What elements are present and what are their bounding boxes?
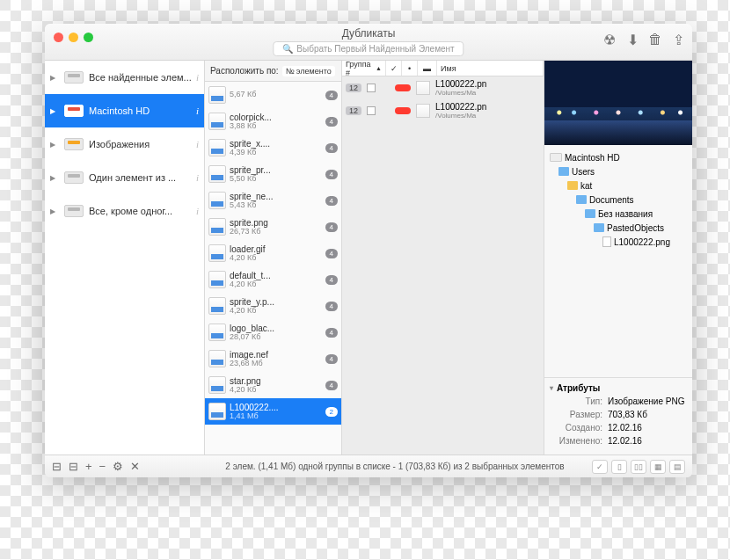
search-icon: 🔍 — [282, 44, 293, 54]
group-badge: 12 — [346, 106, 361, 115]
folder-icon — [594, 223, 604, 232]
chevron-right-icon: ▶ — [50, 207, 59, 215]
file-row[interactable]: logo_blac... 28,07 Кб 4 — [205, 319, 341, 345]
count-badge: 4 — [325, 143, 338, 153]
tree-node[interactable]: Без названия — [550, 207, 687, 221]
file-name: logo_blac... — [230, 324, 325, 333]
status-left-tools: ⊟ ⊟ + − ⚙ ✕ — [45, 460, 205, 473]
group-badge: 12 — [346, 84, 361, 92]
folder-icon — [585, 209, 595, 218]
info-icon[interactable]: i — [196, 139, 199, 149]
info-icon[interactable]: i — [196, 206, 199, 216]
trash-icon[interactable]: 🗑 — [648, 33, 662, 47]
drive-icon[interactable]: ⊟ — [52, 460, 62, 473]
zoom-button[interactable] — [84, 33, 93, 42]
add-button[interactable]: + — [85, 460, 92, 473]
sidebar-item-all-but[interactable]: ▶ Все, кроме одног... i — [45, 194, 204, 228]
radiation-icon[interactable]: ☢ — [602, 33, 617, 47]
main-body: ▶ Все найденные элем... i ▶ Macintosh HD… — [45, 61, 692, 455]
sidebar-item-macintosh-hd[interactable]: ▶ Macintosh HD i — [45, 94, 204, 127]
file-size: 4,39 Кб — [230, 149, 325, 157]
sidebar-item-label: Все, кроме одног... — [89, 206, 196, 216]
dup-path: /Volumes/Ma — [435, 89, 486, 97]
tree-node[interactable]: Documents — [550, 193, 687, 207]
app-window: Дубликаты 🔍 Выбрать Первый Найденный Эле… — [45, 24, 692, 477]
close-icon[interactable]: ✕ — [130, 460, 140, 473]
chevron-right-icon: ▶ — [50, 74, 59, 82]
file-row[interactable]: colorpick... 3,88 Кб 4 — [205, 108, 341, 135]
file-row[interactable]: image.nef 23,68 Мб 4 — [205, 345, 341, 372]
search-field[interactable]: 🔍 Выбрать Первый Найденный Элемент — [273, 41, 464, 56]
info-icon[interactable]: i — [196, 72, 199, 83]
chevron-right-icon: ▶ — [50, 107, 59, 115]
col-dot[interactable]: • — [402, 61, 418, 76]
file-name: sprite_pr... — [230, 165, 325, 175]
check-button[interactable]: ✓ — [592, 460, 608, 474]
checkbox[interactable] — [367, 106, 376, 115]
file-name: default_t... — [230, 271, 325, 280]
duplicate-row[interactable]: 12 L1000222.pn /Volumes/Ma — [342, 99, 544, 122]
view-mode-3[interactable]: ▦ — [650, 460, 666, 474]
attr-row: Изменено:12.02.16 — [550, 436, 687, 449]
traffic-lights — [45, 27, 102, 47]
status-text: 2 элем. (1,41 Мб) одной группы в списке … — [205, 462, 585, 471]
col-color[interactable]: ▬ — [418, 61, 437, 76]
color-tag[interactable] — [395, 107, 411, 114]
share-icon[interactable]: ⇪ — [671, 33, 685, 47]
tree-node[interactable]: Macintosh HD — [550, 150, 687, 164]
view-mode-1[interactable]: ▯ — [611, 460, 627, 474]
info-icon[interactable]: i — [196, 105, 199, 116]
file-icon — [208, 244, 226, 262]
attr-val: Изображение PNG — [608, 396, 687, 410]
import-icon[interactable]: ⬇ — [625, 33, 639, 47]
drive-icon[interactable]: ⊟ — [69, 460, 78, 473]
file-icon — [602, 236, 611, 247]
col-check[interactable]: ✓ — [386, 61, 402, 76]
file-icon — [208, 139, 226, 156]
col-group[interactable]: Группа # ▲ — [342, 61, 386, 76]
tree-node[interactable]: Users — [550, 164, 687, 178]
drive-icon — [64, 105, 84, 117]
minimize-button[interactable] — [69, 33, 78, 42]
attr-val: 703,83 Кб — [608, 410, 687, 423]
remove-button[interactable]: − — [99, 460, 106, 473]
file-row[interactable]: sprite.png 26,73 Кб 4 — [205, 214, 341, 240]
tree-node[interactable]: kat — [550, 178, 687, 193]
file-size: 5,43 Кб — [230, 201, 325, 210]
file-row[interactable]: default_t... 4,20 Кб 4 — [205, 266, 341, 293]
file-icon — [208, 271, 226, 288]
view-mode-2[interactable]: ▯▯ — [631, 460, 646, 474]
dup-path: /Volumes/Ma — [435, 112, 486, 120]
sidebar-item-all[interactable]: ▶ Все найденные элем... i — [45, 61, 204, 94]
file-row[interactable]: L1000222.... 1,41 Мб 2 — [205, 398, 341, 425]
file-name: star.png — [230, 376, 325, 386]
gear-icon[interactable]: ⚙ — [113, 460, 123, 473]
file-name: sprite_ne... — [230, 192, 325, 201]
tree-node[interactable]: PastedObjects — [550, 221, 687, 235]
duplicate-row[interactable]: 12 L1000222.pn /Volumes/Ma — [342, 76, 544, 99]
file-row[interactable]: sprite_y.p... 4,20 Кб 4 — [205, 293, 341, 319]
file-size: 3,88 Кб — [230, 122, 325, 131]
sidebar-item-images[interactable]: ▶ Изображения i — [45, 127, 204, 161]
close-button[interactable] — [54, 33, 63, 42]
col-name[interactable]: Имя — [437, 61, 544, 76]
sidebar-item-one-of[interactable]: ▶ Один элемент из ... i — [45, 161, 204, 194]
attr-key: Размер: — [570, 410, 602, 423]
file-icon — [208, 403, 226, 420]
sort-header[interactable]: Расположить по: № элементо — [205, 61, 341, 82]
tree-node[interactable]: L1000222.png — [550, 235, 687, 249]
image-preview — [544, 61, 692, 145]
file-row[interactable]: sprite_pr... 5,50 Кб 4 — [205, 161, 341, 187]
checkbox[interactable] — [367, 84, 376, 92]
file-row[interactable]: sprite_ne... 5,43 Кб 4 — [205, 187, 341, 214]
attributes-header[interactable]: Атрибуты — [550, 383, 687, 393]
file-row[interactable]: loader.gif 4,20 Кб 4 — [205, 240, 341, 266]
color-tag[interactable] — [395, 84, 411, 91]
file-row[interactable]: star.png 4,20 Кб 4 — [205, 372, 341, 398]
file-row[interactable]: 5,67 Кб 4 — [205, 82, 341, 108]
file-row[interactable]: sprite_x.... 4,39 Кб 4 — [205, 135, 341, 161]
file-icon — [208, 86, 226, 104]
sidebar-item-label: Все найденные элем... — [89, 72, 196, 83]
info-icon[interactable]: i — [196, 172, 199, 183]
view-mode-4[interactable]: ▤ — [669, 460, 685, 474]
